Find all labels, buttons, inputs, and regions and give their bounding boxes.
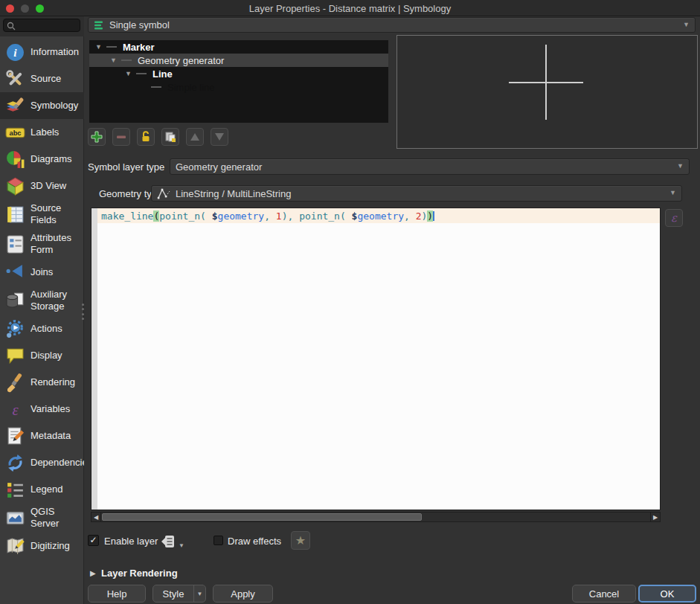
cross-symbol-horizontal <box>509 82 583 83</box>
arrow-down-icon <box>214 132 225 141</box>
data-defined-override-button[interactable]: ▼ <box>161 533 187 550</box>
remove-symbol-layer-button[interactable] <box>112 128 130 146</box>
epsilon-icon: ε <box>5 399 25 420</box>
sidebar-item-joins[interactable]: Joins <box>0 259 84 286</box>
table-fields-icon <box>5 205 25 225</box>
sidebar-item-qgis-server[interactable]: QGIS Server <box>0 503 84 533</box>
sidebar-item-auxiliary-storage[interactable]: Auxiliary Storage <box>0 286 84 315</box>
sidebar-list: i Information Source Symbology abc Label… <box>0 39 84 559</box>
sidebar-item-rendering[interactable]: Rendering <box>0 369 84 396</box>
sidebar-item-actions[interactable]: Actions <box>0 315 84 342</box>
sidebar-item-3d-view[interactable]: 3D View <box>0 173 84 199</box>
database-page-icon <box>5 291 25 311</box>
geometry-type-value: LineString / MultiLineString <box>176 188 291 199</box>
pie-chart-icon <box>5 150 25 170</box>
info-icon: i <box>5 42 25 62</box>
enable-layer-checkbox[interactable]: ✓ <box>88 535 99 546</box>
star-icon: ★ <box>295 533 306 547</box>
sidebar-item-labels[interactable]: abc Labels <box>0 119 84 146</box>
expand-arrow-icon[interactable]: ▼ <box>125 70 132 77</box>
scroll-right-arrow[interactable]: ▶ <box>650 513 660 521</box>
sidebar-item-symbology[interactable]: Symbology <box>0 92 84 119</box>
checkmark-icon: ✓ <box>89 535 97 545</box>
expand-arrow-icon[interactable]: ▼ <box>95 43 102 51</box>
chevron-down-icon: ▼ <box>677 162 684 170</box>
svg-text:abc: abc <box>9 129 21 137</box>
help-button[interactable]: Help <box>88 585 146 603</box>
draw-effects-checkbox[interactable] <box>213 536 223 545</box>
text-cursor <box>433 211 434 221</box>
cube-icon <box>5 176 25 196</box>
enable-layer-label: Enable layer <box>104 536 158 547</box>
editor-gutter <box>91 208 97 510</box>
svg-text:ε: ε <box>12 401 19 417</box>
sidebar-item-metadata[interactable]: Metadata <box>0 423 84 449</box>
style-button[interactable]: Style ▼ <box>152 585 206 603</box>
renderer-select[interactable]: Single symbol ▼ <box>88 17 696 33</box>
apply-button[interactable]: Apply <box>213 585 273 603</box>
symbol-preview-dash <box>106 46 117 48</box>
expand-arrow-icon[interactable]: ▼ <box>110 57 117 64</box>
renderer-value: Single symbol <box>109 19 170 30</box>
epsilon-icon: ε <box>671 211 677 225</box>
expression-builder-button[interactable]: ε <box>665 209 683 227</box>
sidebar-item-attributes-form[interactable]: Attributes Form <box>0 229 84 259</box>
sidebar-item-display[interactable]: Display <box>0 342 84 369</box>
sidebar-item-diagrams[interactable]: Diagrams <box>0 146 84 173</box>
gear-action-icon <box>5 319 25 339</box>
move-up-button[interactable] <box>186 128 204 146</box>
scrollbar-thumb[interactable] <box>102 513 422 521</box>
symbol-layer-type-value: Geometry generator <box>176 161 262 173</box>
arrow-up-icon <box>190 132 200 141</box>
map-pencil-icon <box>5 536 25 556</box>
duplicate-symbol-layer-button[interactable] <box>161 128 179 146</box>
sidebar-item-dependencies[interactable]: Dependencies <box>0 449 84 476</box>
sidebar-item-source-fields[interactable]: Source Fields <box>0 199 84 229</box>
sidebar-item-legend[interactable]: Legend <box>0 476 84 503</box>
sidebar-item-information[interactable]: i Information <box>0 39 84 65</box>
plus-icon <box>91 131 103 143</box>
symbol-preview-dash <box>136 73 147 74</box>
legend-list-icon <box>5 480 25 500</box>
single-symbol-icon <box>94 20 104 30</box>
speech-bubble-icon <box>5 346 25 366</box>
layer-rendering-header[interactable]: Layer Rendering <box>101 568 178 579</box>
linestring-icon <box>157 187 170 199</box>
ok-button[interactable]: OK <box>638 585 696 603</box>
symbol-preview-dash <box>151 86 161 88</box>
abc-tag-icon: abc <box>5 123 25 143</box>
minus-icon <box>115 131 127 143</box>
add-symbol-layer-button[interactable] <box>88 128 106 146</box>
sidebar-item-source[interactable]: Source <box>0 65 84 92</box>
effects-customize-button[interactable]: ★ <box>291 531 310 550</box>
window-title: Layer Properties - Distance matrix | Sym… <box>0 3 700 14</box>
editor-horizontal-scrollbar[interactable]: ◀ ▶ <box>91 512 661 522</box>
symbol-preview-pane <box>396 35 698 149</box>
sidebar-item-digitizing[interactable]: Digitizing <box>0 533 84 559</box>
scroll-left-arrow[interactable]: ◀ <box>91 513 101 521</box>
layer-properties-dialog: Layer Properties - Distance matrix | Sym… <box>0 0 700 604</box>
sidebar-splitter-handle[interactable] <box>81 303 85 320</box>
cancel-button[interactable]: Cancel <box>572 585 636 603</box>
svg-text:i: i <box>13 46 17 59</box>
symbol-layer-type-select[interactable]: Geometry generator ▼ <box>170 158 690 175</box>
tree-row-simple-line[interactable]: Simple line <box>89 80 388 94</box>
search-input[interactable] <box>3 19 80 32</box>
join-arrow-icon <box>5 263 25 283</box>
move-down-button[interactable] <box>211 128 228 146</box>
tree-row-geometry-generator[interactable]: ▼ Geometry generator <box>89 54 388 67</box>
tree-row-marker[interactable]: ▼ Marker <box>89 40 388 54</box>
symbol-layer-tree: ▼ Marker ▼ Geometry generator ▼ Line Sim… <box>89 40 388 123</box>
tree-row-line[interactable]: ▼ Line <box>89 67 388 80</box>
lock-colors-button[interactable] <box>137 128 155 146</box>
expression-code[interactable]: make_line(point_n( $geometry, 1), point_… <box>101 210 434 222</box>
expression-editor[interactable]: make_line(point_n( $geometry, 1), point_… <box>91 208 661 510</box>
chevron-down-icon: ▼ <box>670 189 676 196</box>
open-lock-icon <box>140 131 152 143</box>
collapse-arrow-icon[interactable]: ▶ <box>90 569 96 577</box>
chevron-down-icon[interactable]: ▼ <box>193 585 205 602</box>
titlebar[interactable]: Layer Properties - Distance matrix | Sym… <box>0 0 700 16</box>
document-pencil-icon <box>5 426 25 446</box>
sidebar-item-variables[interactable]: ε Variables <box>0 396 84 423</box>
geometry-type-select[interactable]: LineString / MultiLineString ▼ <box>151 185 682 202</box>
